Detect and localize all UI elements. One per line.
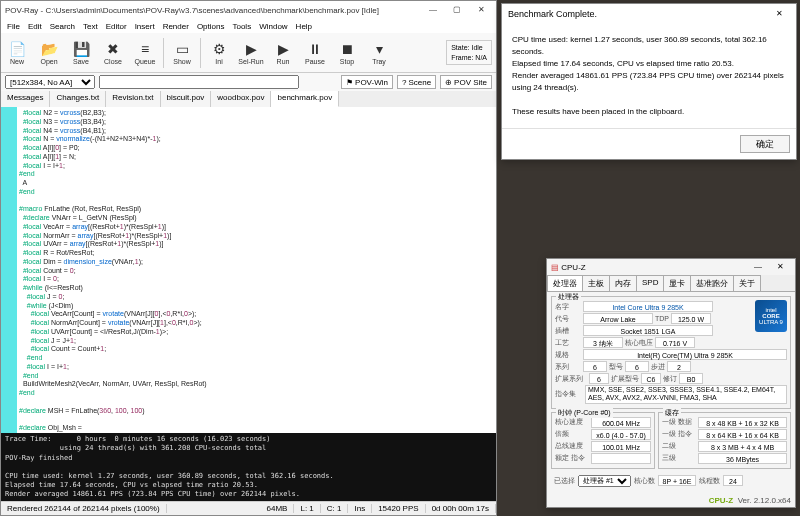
cpuz-tab-0[interactable]: 处理器 (547, 275, 583, 291)
titlebar[interactable]: POV-Ray - C:\Users\admin\Documents\POV-R… (1, 1, 496, 19)
revision-value: B0 (679, 373, 703, 384)
cpuz-tab-5[interactable]: 基准跑分 (690, 275, 734, 291)
family-value: 6 (583, 361, 607, 372)
menu-editor[interactable]: Editor (106, 22, 127, 31)
dialog-line-4: These results have been placed in the cl… (512, 106, 786, 118)
tool-label: Open (40, 58, 57, 65)
cmdline-input[interactable] (99, 75, 299, 89)
tab-messages[interactable]: Messages (1, 91, 50, 107)
tool-label: Pause (305, 58, 325, 65)
cpuz-tab-2[interactable]: 内存 (609, 275, 637, 291)
busspeed-value: 100.01 MHz (591, 441, 651, 452)
menu-edit[interactable]: Edit (28, 22, 42, 31)
extfam-label: 扩展系列 (555, 374, 587, 384)
dialog-ok-button[interactable]: 确定 (740, 135, 790, 153)
cores-value: 8P + 16E (658, 475, 696, 486)
menu-file[interactable]: File (7, 22, 20, 31)
code-editor[interactable]: #local N2 = vcross(B2,B3); #local N3 = v… (17, 107, 496, 433)
close-button[interactable]: ✕ (470, 3, 492, 17)
sb-line: L: 1 (294, 504, 320, 513)
menu-options[interactable]: Options (197, 22, 225, 31)
menu-window[interactable]: Window (259, 22, 287, 31)
tool-open[interactable]: 📂Open (33, 35, 65, 71)
instructions-value: MMX, SSE, SSE2, SSE3, SSSE3, SSE4.1, SSE… (585, 385, 787, 404)
editor-tabs: MessagesChanges.txtRevision.txtbiscuit.p… (1, 91, 496, 107)
cpuz-tab-6[interactable]: 关于 (733, 275, 761, 291)
tool-pause[interactable]: ⏸Pause (299, 35, 331, 71)
name-value: Intel Core Ultra 9 285K (583, 301, 713, 312)
maximize-button[interactable]: ▢ (446, 3, 468, 17)
threads-label: 线程数 (699, 476, 720, 486)
cache-title: 缓存 (663, 408, 681, 418)
l1d-value: 8 x 48 KB + 16 x 32 KB (698, 417, 787, 428)
cpuz-tab-3[interactable]: SPD (636, 275, 664, 291)
menu-insert[interactable]: Insert (135, 22, 155, 31)
stop-icon: ⏹ (340, 40, 354, 58)
cpuz-tab-4[interactable]: 显卡 (663, 275, 691, 291)
spec-value: Intel(R) Core(TM) Ultra 9 285K (583, 349, 787, 360)
cpuz-window: ▤ CPU-Z — ✕ 处理器主板内存SPD显卡基准跑分关于 处理器 intel… (546, 258, 796, 508)
tab-biscuit-pov[interactable]: biscuit.pov (161, 91, 212, 107)
tool-tray[interactable]: ▾Tray (363, 35, 395, 71)
processor-select[interactable]: 处理器 #1 (578, 475, 631, 487)
multiplier-value: x6.0 (4.0 - 57.0) (591, 429, 651, 440)
window-title: POV-Ray - C:\Users\admin\Documents\POV-R… (5, 6, 422, 15)
name-label: 名字 (555, 302, 581, 312)
tab-benchmark-pov[interactable]: benchmark.pov (271, 91, 339, 107)
tool-queue[interactable]: ≡Queue (129, 35, 161, 71)
tab-revision-txt[interactable]: Revision.txt (106, 91, 160, 107)
tech-label: 工艺 (555, 338, 581, 348)
corespeed-label: 核心速度 (555, 417, 589, 427)
tool-label: New (10, 58, 24, 65)
tool-label: Sel-Run (238, 58, 263, 65)
menu-render[interactable]: Render (163, 22, 189, 31)
cpuz-minimize[interactable]: — (747, 260, 769, 274)
model-value: 6 (625, 361, 649, 372)
povwin-button[interactable]: ⚑ POV-Win (341, 75, 393, 89)
state-label: State: (451, 44, 469, 51)
tool-run[interactable]: ▶Run (267, 35, 299, 71)
tab-changes-txt[interactable]: Changes.txt (50, 91, 106, 107)
tool-save[interactable]: 💾Save (65, 35, 97, 71)
tool-new[interactable]: 📄New (1, 35, 33, 71)
minimize-button[interactable]: — (422, 3, 444, 17)
tab-woodbox-pov[interactable]: woodbox.pov (211, 91, 271, 107)
dialog-close-button[interactable]: ✕ (768, 7, 790, 21)
tray-icon: ▾ (376, 40, 383, 58)
cpuz-body: 处理器 intelCOREULTRA 9 名字Intel Core Ultra … (547, 292, 795, 494)
dialog-titlebar[interactable]: Benchmark Complete. ✕ (502, 4, 796, 24)
sb-ins: Ins (348, 504, 372, 513)
cpuz-processor-group: 处理器 intelCOREULTRA 9 名字Intel Core Ultra … (551, 296, 791, 409)
tech-value: 3 纳米 (583, 337, 623, 348)
tool-ini[interactable]: ⚙Ini (203, 35, 235, 71)
selection-label: 已选择 (554, 476, 575, 486)
cpuz-tab-1[interactable]: 主板 (582, 275, 610, 291)
clocks-title: 时钟 (P-Core #0) (556, 408, 613, 418)
tool-stop[interactable]: ⏹Stop (331, 35, 363, 71)
l3-value: 36 MBytes (698, 453, 787, 464)
sb-mem: 64MB (261, 504, 295, 513)
tool-label: Stop (340, 58, 354, 65)
corespeed-value: 600.04 MHz (591, 417, 651, 428)
menu-search[interactable]: Search (50, 22, 75, 31)
l1d-label: 一级 数据 (662, 417, 696, 427)
editor-area[interactable]: #local N2 = vcross(B2,B3); #local N3 = v… (1, 107, 496, 433)
l1i-value: 8 x 64 KB + 16 x 64 KB (698, 429, 787, 440)
resolution-select[interactable]: [512x384, No AA] (5, 75, 95, 89)
tool-sel-run[interactable]: ▶Sel-Run (235, 35, 267, 71)
cpuz-close[interactable]: ✕ (769, 260, 791, 274)
cpuz-titlebar[interactable]: ▤ CPU-Z — ✕ (547, 259, 795, 275)
save-icon: 💾 (73, 40, 90, 58)
cpuz-brand: CPU-Z (709, 496, 733, 505)
povsite-button[interactable]: ⊕ POV Site (440, 75, 492, 89)
scene-button[interactable]: ? Scene (397, 75, 436, 89)
menu-text[interactable]: Text (83, 22, 98, 31)
menu-tools[interactable]: Tools (232, 22, 251, 31)
tool-show[interactable]: ▭Show (166, 35, 198, 71)
l2-label: 二级 (662, 441, 696, 451)
dialog-line-3: Render averaged 14861.61 PPS (723.84 PPS… (512, 70, 786, 94)
tool-close[interactable]: ✖Close (97, 35, 129, 71)
cpuz-brand-footer: CPU-Z Ver. 2.12.0.x64 (547, 494, 795, 507)
menu-help[interactable]: Help (296, 22, 312, 31)
new-icon: 📄 (9, 40, 26, 58)
